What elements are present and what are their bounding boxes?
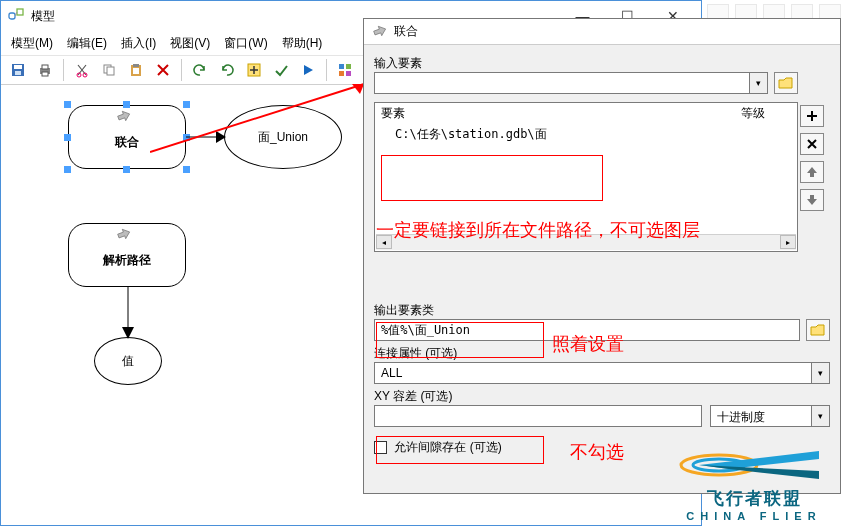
delete-icon[interactable] xyxy=(152,59,174,81)
svg-rect-19 xyxy=(346,71,351,76)
annotation-3: 不勾选 xyxy=(570,440,624,464)
svg-rect-11 xyxy=(107,67,114,75)
svg-rect-6 xyxy=(42,65,48,69)
xy-tolerance-field[interactable] xyxy=(374,405,702,427)
redo-icon[interactable] xyxy=(216,59,238,81)
browse-input-button[interactable] xyxy=(774,72,798,94)
menu-window[interactable]: 窗口(W) xyxy=(224,35,267,52)
validate-icon[interactable] xyxy=(270,59,292,81)
xy-tolerance-label: XY 容差 (可选) xyxy=(374,388,830,405)
menu-view[interactable]: 视图(V) xyxy=(170,35,210,52)
input-features-label: 输入要素 xyxy=(374,55,830,72)
svg-rect-4 xyxy=(15,71,21,75)
combo-dropdown-icon[interactable]: ▾ xyxy=(812,362,830,384)
list-header-rank: 等级 xyxy=(741,105,791,122)
input-features-combo[interactable] xyxy=(374,72,750,94)
menu-model[interactable]: 模型(M) xyxy=(11,35,53,52)
node-union-output-label: 面_Union xyxy=(258,129,308,146)
join-attr-select[interactable]: ALL xyxy=(374,362,812,384)
node-parse-path[interactable]: 解析路径 xyxy=(68,223,186,287)
undo-icon[interactable] xyxy=(189,59,211,81)
node-value-label: 值 xyxy=(122,353,134,370)
svg-rect-16 xyxy=(339,64,344,69)
connector-arrow-1 xyxy=(186,131,226,145)
add-row-button[interactable] xyxy=(800,105,824,127)
arrow-down-icon xyxy=(805,193,819,207)
cross-icon xyxy=(805,137,819,151)
node-union-label: 联合 xyxy=(115,134,139,151)
move-up-button[interactable] xyxy=(800,161,824,183)
watermark: 飞行者联盟 CHINA FLIER xyxy=(669,435,839,522)
watermark-en: CHINA FLIER xyxy=(669,510,839,522)
svg-rect-17 xyxy=(346,64,351,69)
svg-rect-7 xyxy=(42,72,48,76)
move-down-button[interactable] xyxy=(800,189,824,211)
menu-edit[interactable]: 编辑(E) xyxy=(67,35,107,52)
folder-open-icon xyxy=(778,76,794,90)
list-header-element: 要素 xyxy=(381,105,741,122)
save-icon[interactable] xyxy=(7,59,29,81)
highlight-box-checkbox xyxy=(376,436,544,464)
cut-icon[interactable] xyxy=(71,59,93,81)
run-icon[interactable] xyxy=(297,59,319,81)
window-title: 模型 xyxy=(31,8,55,25)
highlight-box-path xyxy=(381,155,603,201)
watermark-cn: 飞行者联盟 xyxy=(669,487,839,510)
svg-rect-3 xyxy=(14,65,22,69)
auto-layout-icon[interactable] xyxy=(334,59,356,81)
node-value[interactable]: 值 xyxy=(94,337,162,385)
node-union[interactable]: 联合 xyxy=(68,105,186,169)
browse-output-button[interactable] xyxy=(806,319,830,341)
dialog-titlebar: 联合 xyxy=(364,19,840,45)
combo-dropdown-icon[interactable]: ▾ xyxy=(812,405,830,427)
print-icon[interactable] xyxy=(34,59,56,81)
plus-icon xyxy=(805,109,819,123)
hammer-icon xyxy=(116,228,138,242)
highlight-box-output xyxy=(376,322,544,358)
remove-row-button[interactable] xyxy=(800,133,824,155)
svg-rect-14 xyxy=(133,68,139,74)
menu-insert[interactable]: 插入(I) xyxy=(121,35,156,52)
svg-rect-1 xyxy=(17,9,23,15)
connector-arrow-2 xyxy=(121,287,135,339)
xy-unit-select[interactable]: 十进制度 xyxy=(710,405,812,427)
combo-dropdown-icon[interactable]: ▾ xyxy=(750,72,768,94)
list-row-1[interactable]: C:\任务\station.gdb\面 xyxy=(375,124,797,145)
annotation-1: 一定要链接到所在文件路径，不可选图层 xyxy=(376,218,700,242)
hammer-icon xyxy=(116,110,138,124)
app-icon xyxy=(7,7,25,25)
arrow-up-icon xyxy=(805,165,819,179)
node-parse-path-label: 解析路径 xyxy=(103,252,151,269)
folder-open-icon xyxy=(810,323,826,337)
svg-rect-0 xyxy=(9,13,15,19)
menu-help[interactable]: 帮助(H) xyxy=(282,35,323,52)
node-union-output[interactable]: 面_Union xyxy=(224,105,342,169)
annotation-2: 照着设置 xyxy=(552,332,624,356)
svg-rect-18 xyxy=(339,71,344,76)
add-data-icon[interactable] xyxy=(243,59,265,81)
copy-icon[interactable] xyxy=(98,59,120,81)
paste-icon[interactable] xyxy=(125,59,147,81)
svg-rect-13 xyxy=(133,64,139,67)
output-label: 输出要素类 xyxy=(374,302,830,319)
hammer-icon xyxy=(372,24,388,40)
dialog-title: 联合 xyxy=(394,23,418,40)
union-dialog: 联合 输入要素 ▾ 要素 等级 C:\任务\station.gdb\面 ◂▸ xyxy=(363,18,841,494)
